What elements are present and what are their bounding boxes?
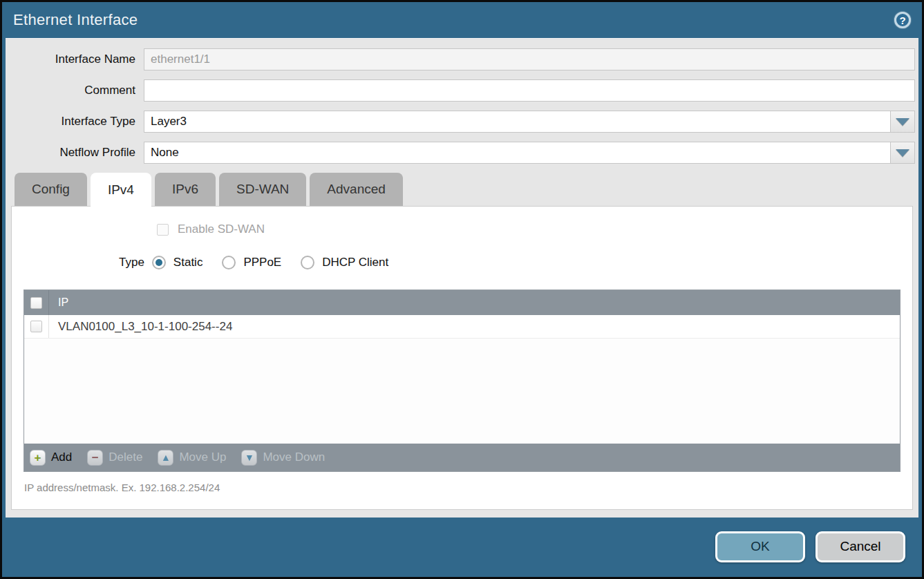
netflow-profile-select[interactable]: None: [144, 142, 890, 164]
table-empty-area: [24, 339, 900, 444]
help-glyph: ?: [899, 15, 905, 26]
tab-config[interactable]: Config: [15, 173, 87, 206]
ip-table-header: IP: [24, 290, 900, 315]
chevron-down-icon: [896, 149, 909, 157]
radio-dhcp-client[interactable]: [301, 256, 314, 269]
tab-advanced[interactable]: Advanced: [310, 173, 403, 206]
ip-hint-text: IP address/netmask. Ex. 192.168.2.254/24: [12, 472, 912, 493]
table-toolbar: + Add − Delete ▲ Move Up ▼ Move Down: [24, 444, 900, 471]
radio-option-static[interactable]: Static: [152, 256, 203, 269]
type-radio-row: Type Static PPPoE DHCP Client: [119, 254, 912, 272]
move-up-button: ▲ Move Up: [158, 450, 226, 466]
type-label: Type: [119, 256, 144, 269]
type-radio-group: Static PPPoE DHCP Client: [152, 256, 408, 269]
radio-option-pppoe[interactable]: PPPoE: [222, 256, 281, 269]
move-up-button-label: Move Up: [179, 450, 226, 464]
enable-sdwan-checkbox: [157, 224, 169, 236]
header-checkbox-cell: [24, 290, 49, 315]
form-row-interface-name: Interface Name: [6, 48, 915, 70]
row-checkbox-cell: [24, 315, 49, 338]
cancel-button[interactable]: Cancel: [815, 531, 905, 562]
add-button-label: Add: [51, 450, 72, 464]
interface-name-label: Interface Name: [6, 53, 144, 66]
ip-table: IP VLAN0100_L3_10-1-100-254--24 + Add: [23, 290, 901, 472]
radio-static-label: Static: [173, 256, 203, 269]
delete-icon: −: [87, 450, 103, 466]
interface-type-dropdown-button[interactable]: [890, 111, 915, 133]
interface-type-label: Interface Type: [6, 115, 144, 129]
add-button[interactable]: + Add: [30, 450, 72, 466]
interface-type-select[interactable]: Layer3: [144, 111, 890, 133]
radio-dhcp-client-label: DHCP Client: [322, 256, 388, 269]
move-down-icon: ▼: [241, 450, 257, 466]
enable-sdwan-row: Enable SD-WAN: [157, 222, 912, 237]
chevron-down-icon: [896, 118, 909, 126]
dialog-body: Interface Name Comment Interface Type La…: [6, 38, 918, 518]
form-row-netflow-profile: Netflow Profile None: [6, 142, 915, 164]
comment-field[interactable]: [144, 79, 915, 102]
move-up-icon: ▲: [158, 450, 173, 466]
netflow-profile-dropdown-button[interactable]: [890, 142, 915, 164]
ok-button[interactable]: OK: [715, 531, 805, 562]
enable-sdwan-label: Enable SD-WAN: [178, 222, 265, 236]
ipv4-tab-panel: Enable SD-WAN Type Static PPPoE DHCP C: [11, 206, 913, 510]
tab-ipv4[interactable]: IPv4: [91, 173, 151, 207]
tab-ipv6[interactable]: IPv6: [155, 173, 216, 206]
radio-pppoe[interactable]: [222, 256, 236, 269]
dialog-titlebar: Ethernet Interface ?: [2, 2, 922, 38]
row-checkbox[interactable]: [30, 321, 42, 332]
radio-static[interactable]: [152, 256, 166, 269]
radio-option-dhcp-client[interactable]: DHCP Client: [301, 256, 388, 269]
tab-bar: Config IPv4 IPv6 SD-WAN Advanced: [15, 173, 918, 206]
ip-column-header: IP: [49, 296, 68, 309]
radio-pppoe-label: PPPoE: [243, 256, 281, 269]
dialog-footer: OK Cancel: [2, 518, 922, 576]
comment-label: Comment: [6, 84, 144, 97]
netflow-profile-label: Netflow Profile: [6, 146, 144, 160]
row-ip-value: VLAN0100_L3_10-1-100-254--24: [49, 320, 232, 334]
delete-button: − Delete: [87, 450, 142, 466]
form-row-interface-type: Interface Type Layer3: [6, 111, 915, 133]
add-icon: +: [30, 450, 46, 466]
delete-button-label: Delete: [109, 450, 142, 464]
interface-name-field: [144, 48, 915, 70]
table-row[interactable]: VLAN0100_L3_10-1-100-254--24: [24, 315, 900, 339]
move-down-button-label: Move Down: [263, 450, 325, 464]
dialog-title: Ethernet Interface: [13, 11, 138, 29]
form-row-comment: Comment: [6, 79, 915, 102]
select-all-checkbox[interactable]: [30, 297, 42, 309]
tab-sd-wan[interactable]: SD-WAN: [219, 173, 306, 206]
move-down-button: ▼ Move Down: [241, 450, 325, 466]
help-icon[interactable]: ?: [894, 12, 911, 28]
ethernet-interface-dialog: Ethernet Interface ? Interface Name Comm…: [0, 0, 924, 579]
